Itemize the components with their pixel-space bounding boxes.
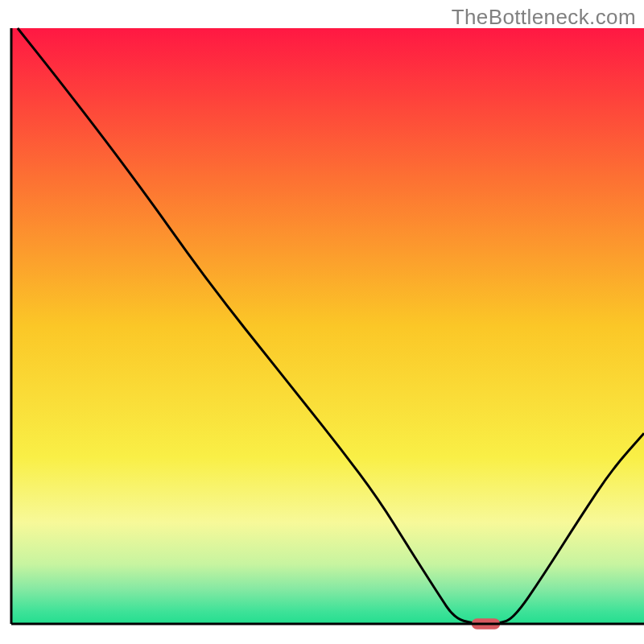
chart-stage: TheBottleneck.com: [0, 0, 644, 644]
watermark-label: TheBottleneck.com: [452, 5, 636, 30]
plot-background: [11, 28, 644, 624]
chart-canvas: [0, 0, 644, 644]
